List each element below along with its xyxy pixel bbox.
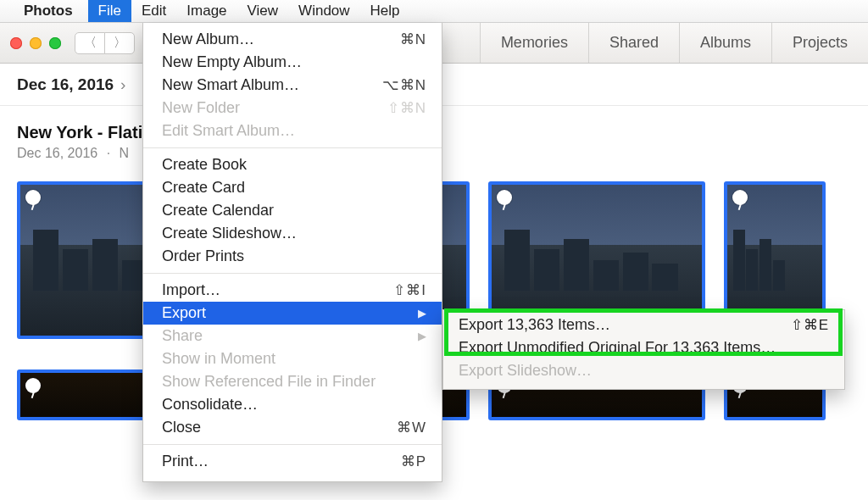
location-pin-icon xyxy=(25,378,41,393)
menuitem-edit-smart-album: Edit Smart Album… xyxy=(143,119,442,142)
tab-shared[interactable]: Shared xyxy=(588,23,679,63)
submenu-arrow-icon: ▶ xyxy=(418,307,426,319)
menuitem-create-slideshow[interactable]: Create Slideshow… xyxy=(143,222,442,245)
menuitem-label: Create Calendar xyxy=(162,202,274,219)
menuitem-export-slideshow: Export Slideshow… xyxy=(443,359,844,382)
dot-separator-icon: · xyxy=(107,146,110,160)
shortcut-label: ⌘P xyxy=(401,453,426,470)
menuitem-label: Close xyxy=(162,419,201,436)
menuitem-share: Share ▶ xyxy=(143,325,442,347)
menuitem-label: Edit Smart Album… xyxy=(162,122,295,140)
menuitem-export[interactable]: Export ▶ xyxy=(143,302,442,325)
menu-file[interactable]: File xyxy=(88,0,131,22)
menuitem-new-album[interactable]: New Album… ⌘N xyxy=(143,28,442,51)
minimize-window-button[interactable] xyxy=(30,37,42,49)
menuitem-label: Export Unmodified Original For 13,363 It… xyxy=(459,339,776,357)
menu-separator xyxy=(143,147,442,148)
menuitem-label: Show Referenced File in Finder xyxy=(162,373,376,391)
location-pin-icon xyxy=(25,190,41,205)
menuitem-label: Create Slideshow… xyxy=(162,225,297,242)
menuitem-order-prints[interactable]: Order Prints xyxy=(143,245,442,268)
menuitem-label: Consolidate… xyxy=(162,396,258,414)
menuitem-label: New Album… xyxy=(162,31,254,48)
menuitem-label: Export Slideshow… xyxy=(459,362,592,380)
shortcut-label: ⇧⌘I xyxy=(393,281,426,299)
shortcut-label: ⇧⌘E xyxy=(791,316,829,334)
zoom-window-button[interactable] xyxy=(49,37,61,49)
location-pin-icon xyxy=(497,190,512,205)
menuitem-label: Order Prints xyxy=(162,247,244,265)
menuitem-label: Share xyxy=(162,327,203,345)
menuitem-import[interactable]: Import… ⇧⌘I xyxy=(143,279,442,302)
menu-image[interactable]: Image xyxy=(176,0,236,22)
menuitem-label: Create Card xyxy=(162,179,245,197)
menu-edit[interactable]: Edit xyxy=(131,0,176,22)
menuitem-create-calendar[interactable]: Create Calendar xyxy=(143,199,442,222)
menuitem-label: Export xyxy=(162,304,206,322)
menuitem-create-card[interactable]: Create Card xyxy=(143,176,442,199)
location-pin-icon xyxy=(732,190,748,205)
menuitem-label: Import… xyxy=(162,281,220,299)
menuitem-label: Export 13,363 Items… xyxy=(459,316,610,334)
tab-memories[interactable]: Memories xyxy=(480,23,588,63)
file-menu-dropdown: New Album… ⌘N New Empty Album… New Smart… xyxy=(142,23,442,482)
menu-separator xyxy=(143,444,442,445)
forward-button[interactable]: 〉 xyxy=(104,32,135,54)
shortcut-label: ⌥⌘N xyxy=(382,76,426,94)
menu-separator xyxy=(143,273,442,274)
moment-place: N xyxy=(120,146,130,160)
menuitem-label: Show in Moment xyxy=(162,350,275,368)
menuitem-export-items[interactable]: Export 13,363 Items… ⇧⌘E xyxy=(443,314,844,336)
menuitem-create-book[interactable]: Create Book xyxy=(143,153,442,176)
menuitem-print[interactable]: Print… ⌘P xyxy=(143,450,442,473)
menuitem-close[interactable]: Close ⌘W xyxy=(143,416,442,439)
moment-date: Dec 16, 2016 xyxy=(17,146,97,160)
menuitem-label: New Empty Album… xyxy=(162,53,302,71)
app-name[interactable]: Photos xyxy=(24,3,73,19)
menuitem-new-empty-album[interactable]: New Empty Album… xyxy=(143,51,442,74)
menuitem-export-unmodified[interactable]: Export Unmodified Original For 13,363 It… xyxy=(443,336,844,359)
menuitem-show-in-moment: Show in Moment xyxy=(143,347,442,370)
menuitem-label: Create Book xyxy=(162,156,247,174)
menuitem-label: New Smart Album… xyxy=(162,76,299,94)
breadcrumb-date: Dec 16, 2016 xyxy=(17,75,114,94)
menubar: Photos File Edit Image View Window Help xyxy=(0,0,868,23)
close-window-button[interactable] xyxy=(10,37,22,49)
menuitem-consolidate[interactable]: Consolidate… xyxy=(143,393,442,416)
shortcut-label: ⌘W xyxy=(397,419,426,436)
shortcut-label: ⌘N xyxy=(400,31,426,48)
window-controls xyxy=(10,37,61,49)
menuitem-label: New Folder xyxy=(162,99,240,117)
menu-help[interactable]: Help xyxy=(360,0,410,22)
menuitem-show-referenced: Show Referenced File in Finder xyxy=(143,370,442,393)
export-submenu: Export 13,363 Items… ⇧⌘E Export Unmodifi… xyxy=(442,309,845,390)
menu-view[interactable]: View xyxy=(237,0,289,22)
menuitem-new-folder: New Folder ⇧⌘N xyxy=(143,97,442,119)
back-button[interactable]: 〈 xyxy=(75,32,105,54)
tab-projects[interactable]: Projects xyxy=(771,23,868,63)
view-tabs: Memories Shared Albums Projects xyxy=(480,23,868,63)
shortcut-label: ⇧⌘N xyxy=(387,99,426,117)
menu-window[interactable]: Window xyxy=(288,0,359,22)
nav-buttons: 〈 〉 xyxy=(75,32,135,54)
menuitem-label: Print… xyxy=(162,453,209,470)
menuitem-new-smart-album[interactable]: New Smart Album… ⌥⌘N xyxy=(143,74,442,97)
chevron-right-icon: › xyxy=(120,75,125,94)
tab-albums[interactable]: Albums xyxy=(679,23,771,63)
submenu-arrow-icon: ▶ xyxy=(418,330,426,342)
